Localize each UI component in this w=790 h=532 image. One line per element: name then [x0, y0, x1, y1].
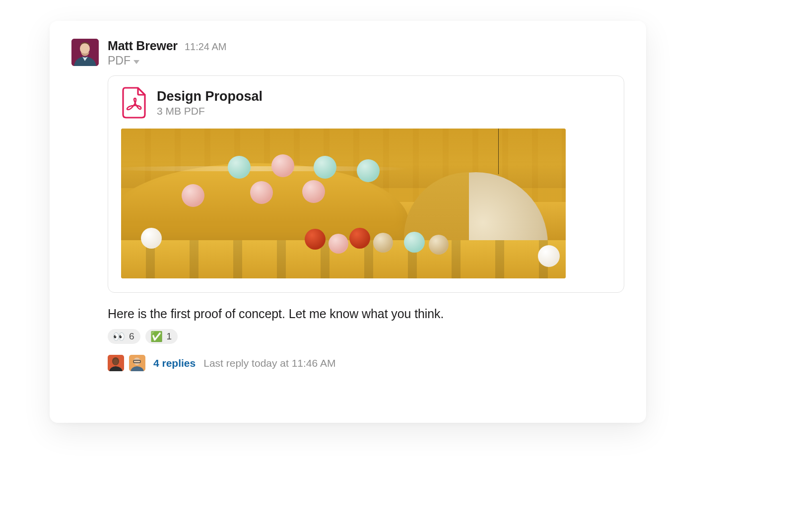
attachment-header: Design Proposal 3 MB PDF: [121, 87, 611, 119]
reaction-count: 6: [129, 331, 134, 342]
attachment-meta: Design Proposal 3 MB PDF: [157, 89, 263, 117]
reaction-bar: 👀 6 ✅ 1: [108, 329, 624, 344]
reaction-eyes[interactable]: 👀 6: [108, 329, 140, 344]
chevron-down-icon: [133, 60, 139, 64]
replies-link[interactable]: 4 replies: [153, 357, 196, 369]
reaction-check[interactable]: ✅ 1: [145, 329, 178, 344]
avatar-illustration: [71, 39, 99, 66]
svg-point-4: [113, 359, 118, 365]
reply-avatar: [129, 355, 145, 371]
attachment-title: Design Proposal: [157, 89, 263, 104]
attachment-type-label: PDF: [108, 54, 131, 67]
eyes-emoji-icon: 👀: [113, 332, 125, 341]
message-header: Matt Brewer 11:24 AM: [108, 39, 624, 53]
attachment-preview-image: [121, 129, 566, 278]
svg-point-1: [80, 43, 90, 54]
message-body: Matt Brewer 11:24 AM PDF Design Proposal: [108, 39, 624, 371]
file-attachment[interactable]: Design Proposal 3 MB PDF: [108, 75, 624, 293]
check-emoji-icon: ✅: [150, 332, 163, 341]
author-name[interactable]: Matt Brewer: [108, 39, 178, 53]
last-reply-label: Last reply today at 11:46 AM: [203, 357, 335, 369]
reaction-count: 1: [167, 331, 172, 342]
attachment-subtitle: 3 MB PDF: [157, 105, 263, 117]
pdf-file-icon: [121, 87, 147, 119]
author-avatar[interactable]: [71, 39, 99, 66]
message: Matt Brewer 11:24 AM PDF Design Proposal: [71, 39, 624, 371]
message-text: Here is the first proof of concept. Let …: [108, 307, 624, 321]
reply-avatar: [108, 355, 124, 371]
message-timestamp[interactable]: 11:24 AM: [185, 41, 227, 53]
svg-point-6: [133, 358, 140, 365]
attachment-type-toggle[interactable]: PDF: [108, 54, 624, 67]
thread-summary[interactable]: 4 replies Last reply today at 11:46 AM: [108, 355, 624, 371]
message-card: Matt Brewer 11:24 AM PDF Design Proposal: [50, 21, 646, 423]
